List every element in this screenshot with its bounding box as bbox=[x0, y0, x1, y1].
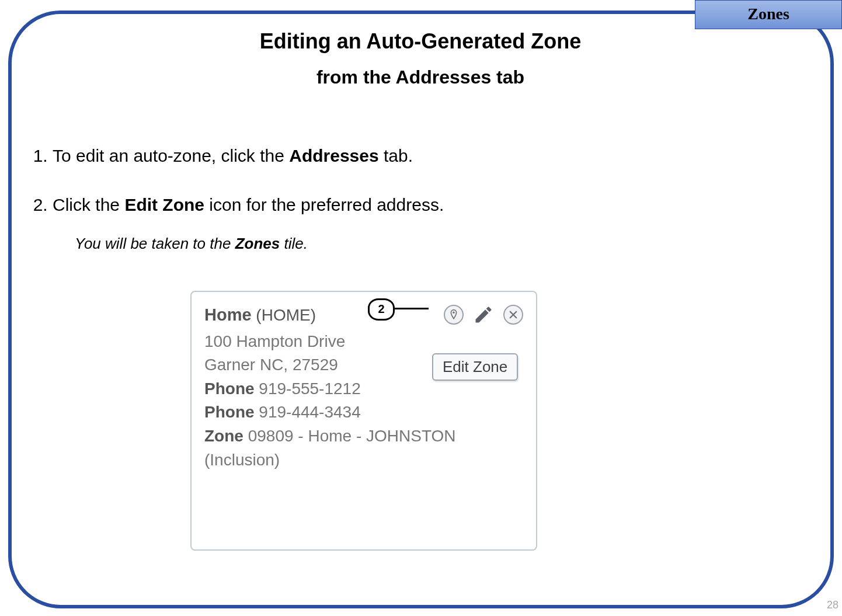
card-home-label: Home (HOME) bbox=[204, 302, 316, 328]
delete-icon[interactable] bbox=[503, 305, 523, 325]
address-card: Home (HOME) 100 Hampton Drive bbox=[190, 291, 537, 551]
card-icon-row bbox=[444, 304, 523, 325]
step-2-bold: Edit Zone bbox=[124, 195, 204, 214]
svg-point-0 bbox=[453, 312, 454, 314]
zones-tab-label: Zones bbox=[747, 5, 789, 23]
zone-label: Zone bbox=[204, 427, 243, 445]
home-strong: Home bbox=[204, 305, 252, 324]
step-1-bold: Addresses bbox=[289, 146, 378, 165]
zone-value: 09809 - Home - JOHNSTON bbox=[243, 427, 456, 445]
step-2-pre: Click the bbox=[53, 195, 124, 214]
card-zone-note: (Inclusion) bbox=[204, 448, 523, 472]
step-1: To edit an auto-zone, click the Addresse… bbox=[53, 144, 812, 168]
note-pre: You will be taken to the bbox=[75, 235, 235, 252]
tooltip-label: Edit Zone bbox=[443, 358, 507, 375]
step-2-post: icon for the preferred address. bbox=[204, 195, 444, 214]
slide-title-line2: from the Addresses tab bbox=[29, 67, 812, 88]
card-address-line1: 100 Hampton Drive bbox=[204, 330, 523, 354]
note-text: You will be taken to the Zones tile. bbox=[75, 235, 812, 253]
edit-zone-tooltip: Edit Zone bbox=[432, 353, 518, 381]
callout-number: 2 bbox=[378, 302, 384, 315]
card-header-row: Home (HOME) bbox=[204, 302, 523, 328]
zones-tab: Zones bbox=[695, 0, 842, 29]
card-zone-line: Zone 09809 - Home - JOHNSTON bbox=[204, 424, 523, 448]
home-sub: (HOME) bbox=[252, 306, 316, 324]
note-post: tile. bbox=[280, 235, 308, 252]
callout-badge-2: 2 bbox=[368, 298, 395, 321]
phone-value-1: 919-555-1212 bbox=[255, 380, 361, 398]
slide-title-line1: Editing an Auto-Generated Zone bbox=[29, 29, 812, 54]
phone-label-2: Phone bbox=[204, 403, 255, 421]
page-number: 28 bbox=[827, 599, 838, 611]
step-1-pre: To edit an auto-zone, click the bbox=[53, 146, 289, 165]
phone-value-2: 919-444-3434 bbox=[255, 403, 361, 421]
steps-list: To edit an auto-zone, click the Addresse… bbox=[29, 144, 812, 217]
card-phone-2: Phone 919-444-3434 bbox=[204, 401, 523, 424]
step-2: Click the Edit Zone icon for the preferr… bbox=[53, 193, 812, 217]
step-1-post: tab. bbox=[379, 146, 413, 165]
callout-connector-line bbox=[392, 308, 429, 309]
phone-label-1: Phone bbox=[204, 380, 255, 398]
slide-content: Editing an Auto-Generated Zone from the … bbox=[29, 20, 812, 276]
edit-zone-icon[interactable] bbox=[444, 305, 464, 325]
note-bold: Zones bbox=[235, 235, 280, 252]
edit-icon[interactable] bbox=[473, 304, 494, 325]
